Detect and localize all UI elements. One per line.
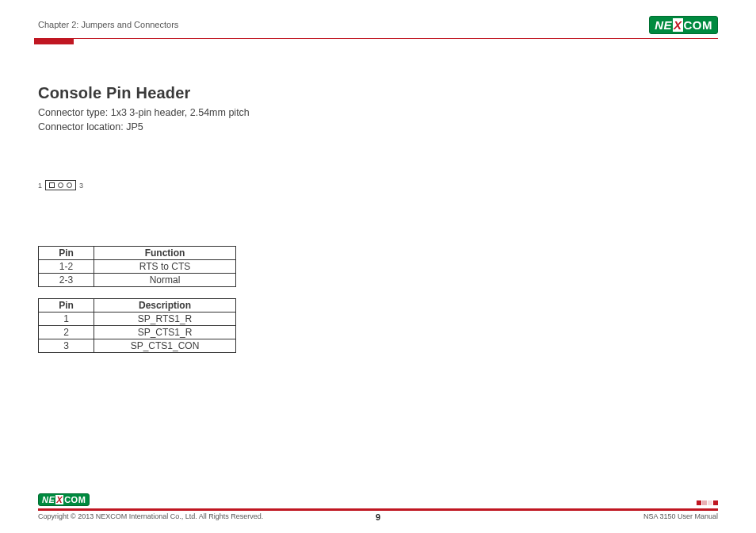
logo-text-x: X [55,495,63,504]
pin-label-right: 3 [79,182,83,190]
pin-3-circle-icon [67,182,72,188]
table-row: 2 SP_CTS1_R [39,326,236,339]
logo-text-x: X [673,18,683,32]
cell-description: SP_CTS1_R [94,326,236,339]
pin-diagram: 1 3 [38,180,718,190]
cell-pin: 2 [39,326,94,339]
pin-2-circle-icon [58,182,63,188]
function-table: Pin Function 1-2 RTS to CTS 2-3 Normal [38,246,236,287]
th-function: Function [94,247,236,260]
connector-type: Connector type: 1x3 3-pin header, 2.54mm… [38,105,718,120]
logo-text-right: COM [684,18,713,32]
manual-name: NSA 3150 User Manual [643,512,718,520]
copyright-text: Copyright © 2013 NEXCOM International Co… [38,512,263,520]
cell-description: SP_CTS1_CON [94,339,236,353]
cell-pin: 1 [39,313,94,326]
page-footer: NEXCOM Copyright © 2013 NEXCOM Internati… [38,493,718,520]
cell-pin: 2-3 [39,274,94,287]
table-header-row: Pin Description [39,299,236,313]
pin-header-icon [45,180,76,190]
cell-description: SP_RTS1_R [94,313,236,326]
table-row: 3 SP_CTS1_CON [39,339,236,353]
footer-decoration-icon [697,500,718,506]
connector-location: Connector location: JP5 [38,120,718,134]
table-row: 2-3 Normal [39,274,236,287]
section-title: Console Pin Header [38,84,718,102]
chapter-label: Chapter 2: Jumpers and Connectors [38,20,178,29]
table-row: 1-2 RTS to CTS [39,260,236,274]
logo-text-left: NE [42,495,55,504]
description-table: Pin Description 1 SP_RTS1_R 2 SP_CTS1_R … [38,298,236,353]
nexcom-logo-bottom: NEXCOM [38,493,90,506]
cell-function: RTS to CTS [94,260,236,274]
cell-pin: 1-2 [39,260,94,274]
main-content: Console Pin Header Connector type: 1x3 3… [38,84,718,353]
logo-text-left: NE [655,18,672,32]
page-number: 9 [376,512,380,522]
th-pin: Pin [39,247,94,260]
header-rule [38,38,718,44]
pin-label-left: 1 [38,182,42,190]
page-header: Chapter 2: Jumpers and Connectors NEXCOM [38,14,718,35]
table-row: 1 SP_RTS1_R [39,313,236,326]
cell-function: Normal [94,274,236,287]
table-header-row: Pin Function [39,247,236,260]
logo-text-right: COM [64,495,86,504]
cell-pin: 3 [39,339,94,353]
nexcom-logo-top: NEXCOM [649,16,718,34]
footer-rule [38,508,718,511]
th-description: Description [94,299,236,313]
th-pin: Pin [39,299,94,313]
pin-1-square-icon [49,182,55,188]
